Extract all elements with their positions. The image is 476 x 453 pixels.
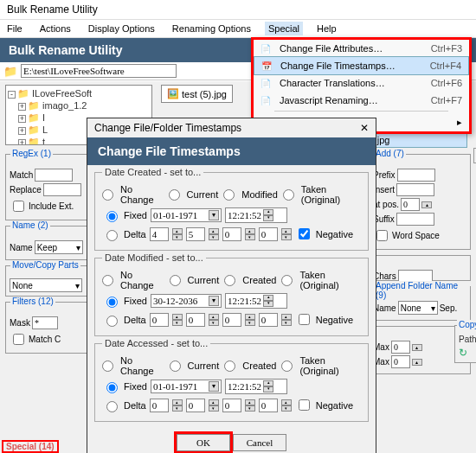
spinner-icon[interactable]: ▴ [412, 359, 422, 366]
name-mode-select[interactable]: Keep▾ [35, 240, 83, 254]
tab-special[interactable]: Special (14) [2, 440, 59, 453]
spinner-icon[interactable]: ▴ [421, 201, 432, 208]
menu-item-change-attributes[interactable]: 📄 Change File Attributes… Ctrl+F3 [254, 40, 469, 57]
match-case-checkbox[interactable] [13, 334, 24, 345]
negative-checkbox[interactable] [299, 228, 310, 239]
tree-label: imago_1.2 [42, 100, 87, 111]
radio-created[interactable] [224, 275, 235, 286]
path-input[interactable] [21, 64, 177, 78]
group-date-modified: Date Modified - set to... No Change Curr… [94, 258, 369, 336]
delta-h[interactable]: 5 [186, 227, 205, 241]
time-input[interactable]: 12:21:52▴▾ [225, 207, 287, 223]
date-input[interactable]: 01-01-1971▾ [151, 208, 222, 222]
menu-actions[interactable]: Actions [36, 22, 74, 35]
cancel-button[interactable]: Cancel [233, 434, 286, 451]
menu-separator [274, 111, 448, 112]
radio-taken[interactable] [281, 360, 293, 372]
label-fixed: Fixed [124, 381, 147, 392]
radio-fixed[interactable] [106, 382, 118, 393]
delta-d[interactable]: 4 [150, 227, 169, 241]
close-icon[interactable]: ✕ [360, 122, 369, 134]
ok-button[interactable]: OK [177, 434, 230, 451]
time-input[interactable]: 12:21:52▴▾ [225, 379, 287, 394]
refresh-icon[interactable]: ↻ [459, 347, 476, 359]
max2-input[interactable] [391, 355, 410, 368]
delta-s[interactable]: 0 [259, 399, 278, 412]
menu-item-char-translations[interactable]: 📄 Character Translations… Ctrl+F6 [254, 74, 469, 92]
expand-icon[interactable]: + [18, 103, 26, 111]
radio-created[interactable] [224, 360, 235, 372]
radio-current[interactable] [170, 360, 181, 372]
radio-nochange[interactable] [102, 275, 113, 286]
menu-item-change-timestamps[interactable]: 📅 Change File Timestamps… Ctrl+F4 [254, 56, 469, 75]
delta-h[interactable]: 0 [186, 313, 205, 327]
mask-input[interactable] [32, 316, 58, 329]
radio-fixed[interactable] [106, 297, 118, 308]
image-icon: 🖼️ [167, 88, 179, 99]
shortcut: Ctrl+F6 [428, 76, 466, 90]
negative-checkbox[interactable] [299, 399, 310, 411]
expand-icon[interactable]: - [8, 91, 16, 99]
menu-special[interactable]: Special [265, 22, 303, 35]
radio-modified[interactable] [223, 189, 235, 201]
radio-current[interactable] [170, 275, 181, 286]
radio-taken[interactable] [283, 189, 294, 201]
radio-taken[interactable] [281, 275, 293, 286]
label-include-ext: Include Ext. [29, 201, 74, 211]
expand-icon[interactable]: + [18, 127, 26, 135]
time-input[interactable]: 12:21:52▴▾ [225, 293, 287, 309]
spin-down-icon[interactable]: ▾ [263, 215, 273, 221]
menu-file[interactable]: File [3, 22, 26, 35]
date-input[interactable]: 30-12-2036▾ [151, 294, 222, 308]
menu-item-label: Javascript Renaming… [276, 93, 382, 107]
radio-nochange[interactable] [102, 360, 113, 372]
delta-s[interactable]: 0 [259, 313, 278, 327]
radio-nochange[interactable] [102, 189, 113, 201]
label-nochange: No Change [120, 270, 164, 290]
menu-rename[interactable]: Renaming Options [169, 22, 254, 35]
delta-h[interactable]: 0 [186, 399, 205, 412]
menu-display[interactable]: Display Options [85, 22, 158, 35]
suffix-input[interactable] [396, 213, 434, 226]
radio-delta[interactable] [106, 401, 118, 412]
delta-d[interactable]: 0 [150, 399, 169, 412]
delta-m[interactable]: 0 [222, 399, 241, 412]
regex-match-input[interactable] [35, 169, 73, 182]
delta-m[interactable]: 0 [222, 227, 241, 241]
radio-current[interactable] [169, 189, 180, 201]
tree-label: L [42, 124, 48, 135]
expand-icon[interactable]: + [18, 139, 26, 145]
expand-icon[interactable]: + [18, 115, 26, 123]
atpos-input[interactable] [401, 198, 420, 211]
date-input[interactable]: 01-01-1971▾ [151, 380, 222, 393]
prefix-input[interactable] [397, 169, 435, 182]
insert-input[interactable] [396, 183, 434, 196]
word-space-checkbox[interactable] [376, 230, 388, 241]
menu-item-js-renaming[interactable]: 📄 Javascript Renaming… Ctrl+F7 [254, 92, 469, 109]
file-list-header[interactable]: 🖼️ test (5).jpg [161, 85, 233, 103]
delta-s[interactable]: 0 [259, 227, 278, 241]
include-ext-checkbox[interactable] [13, 201, 24, 212]
chevron-down-icon[interactable]: ▾ [209, 296, 219, 306]
file-row[interactable]: ).jpg [368, 133, 467, 148]
label-chars: Chars [373, 271, 396, 281]
spin-up-icon[interactable]: ▴ [263, 209, 273, 215]
radio-delta[interactable] [106, 230, 118, 241]
chevron-down-icon[interactable]: ▾ [209, 210, 219, 220]
label-name: Name [373, 303, 396, 313]
regex-replace-input[interactable] [43, 183, 81, 196]
negative-checkbox[interactable] [299, 314, 310, 325]
delta-m[interactable]: 0 [222, 313, 241, 327]
append-select[interactable]: None▾ [398, 301, 438, 315]
menu-help[interactable]: Help [313, 22, 340, 35]
chevron-down-icon[interactable]: ▾ [209, 381, 219, 392]
folder-icon[interactable]: 📁 [3, 65, 17, 78]
spinner-icon[interactable]: ▴ [412, 344, 422, 351]
delta-d[interactable]: 0 [150, 313, 169, 327]
window-title: Bulk Rename Utility [7, 3, 98, 16]
move-select[interactable]: None▾ [10, 278, 82, 292]
radio-fixed[interactable] [106, 211, 118, 222]
max-input[interactable] [391, 341, 410, 354]
label-current: Current [188, 360, 220, 371]
radio-delta[interactable] [106, 316, 118, 327]
